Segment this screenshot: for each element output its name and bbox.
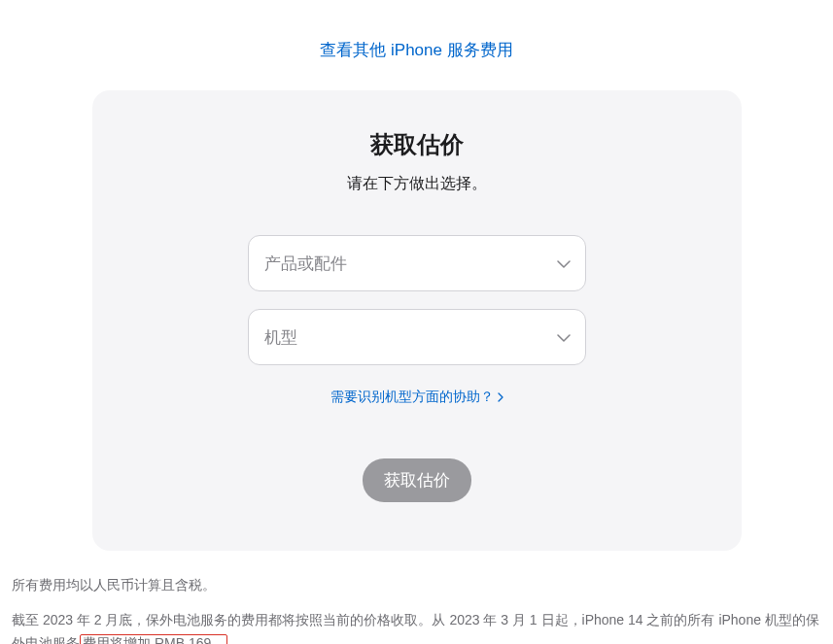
product-select-wrapper: 产品或配件 bbox=[248, 235, 586, 291]
estimate-card: 获取估价 请在下方做出选择。 产品或配件 机型 需要识别机型方面的协助？ 获取估… bbox=[92, 90, 742, 551]
footer-highlight: 费用将增加 RMB 169。 bbox=[80, 634, 227, 644]
model-select-wrapper: 机型 bbox=[248, 309, 586, 365]
view-other-fees-link[interactable]: 查看其他 iPhone 服务费用 bbox=[320, 41, 512, 59]
footer-notes: 所有费用均以人民币计算且含税。 截至 2023 年 2 月底，保外电池服务的费用… bbox=[0, 551, 833, 644]
help-link-text: 需要识别机型方面的协助？ bbox=[330, 389, 494, 406]
top-link-container: 查看其他 iPhone 服务费用 bbox=[0, 0, 833, 90]
model-select[interactable]: 机型 bbox=[248, 309, 586, 365]
footer-note-2: 截至 2023 年 2 月底，保外电池服务的费用都将按照当前的价格收取。从 20… bbox=[12, 609, 821, 644]
chevron-right-icon bbox=[498, 390, 503, 405]
product-select[interactable]: 产品或配件 bbox=[248, 235, 586, 291]
get-estimate-button[interactable]: 获取估价 bbox=[363, 458, 471, 502]
card-title: 获取估价 bbox=[131, 129, 703, 160]
card-subtitle: 请在下方做出选择。 bbox=[131, 174, 703, 194]
footer-note-1: 所有费用均以人民币计算且含税。 bbox=[12, 574, 821, 597]
identify-model-help-link[interactable]: 需要识别机型方面的协助？ bbox=[330, 389, 503, 406]
